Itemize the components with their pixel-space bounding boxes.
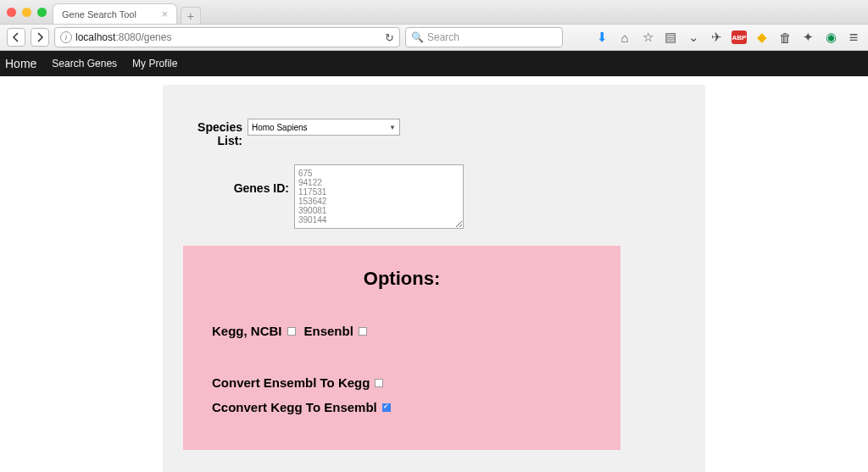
- arrow-right-icon: [35, 32, 45, 42]
- new-tab-button[interactable]: +: [181, 7, 201, 24]
- downloads-icon[interactable]: ⬇: [594, 30, 609, 45]
- window-titlebar: Gene Search Tool × +: [0, 0, 868, 24]
- pocket-icon[interactable]: ⌄: [686, 30, 701, 45]
- option-kegg-ncbi-label: Kegg, NCBI: [212, 324, 282, 338]
- arrow-left-icon: [11, 32, 21, 42]
- nav-search-genes-link[interactable]: Search Genes: [52, 58, 117, 69]
- nav-forward-button[interactable]: [31, 28, 49, 47]
- option-convert-k2e-checkbox[interactable]: [382, 403, 391, 412]
- extension-icon-3[interactable]: ◉: [823, 30, 838, 45]
- genes-id-textarea[interactable]: [294, 164, 464, 229]
- option-ensembl-checkbox[interactable]: [359, 327, 367, 336]
- search-placeholder: Search: [427, 31, 459, 43]
- search-icon: 🔍: [411, 31, 424, 43]
- browser-toolbar: i localhost:8080/genes ↻ 🔍 Search ⬇ ⌂ ☆ …: [0, 24, 868, 51]
- options-title: Options:: [212, 268, 592, 290]
- species-select[interactable]: Homo Sapiens ▼: [248, 119, 400, 136]
- window-close-button[interactable]: [7, 8, 16, 17]
- site-info-icon[interactable]: i: [60, 31, 72, 43]
- close-tab-icon[interactable]: ×: [162, 9, 168, 19]
- option-convert-e2k-checkbox[interactable]: [375, 379, 383, 387]
- option-kegg-ncbi-checkbox[interactable]: [287, 327, 296, 336]
- browser-tab[interactable]: Gene Search Tool ×: [53, 3, 177, 24]
- adblock-icon[interactable]: ABP: [732, 31, 747, 44]
- url-text: localhost:8080/genes: [75, 31, 171, 43]
- option-convert-e2k-label: Convert Ensembl To Kegg: [212, 375, 370, 390]
- option-convert-k2e-label: Cconvert Kegg To Ensembl: [212, 400, 377, 414]
- form-panel: Species List: Homo Sapiens ▼ Genes ID: O…: [163, 85, 705, 472]
- species-selected-value: Homo Sapiens: [252, 123, 308, 132]
- site-navbar: Home Search Genes My Profile: [0, 51, 868, 76]
- browser-search-field[interactable]: 🔍 Search: [405, 27, 563, 47]
- option-ensembl-label: Ensenbl: [304, 324, 353, 338]
- page-body: Species List: Homo Sapiens ▼ Genes ID: O…: [0, 76, 868, 472]
- home-icon[interactable]: ⌂: [617, 30, 632, 45]
- bookmark-star-icon[interactable]: ☆: [640, 30, 655, 45]
- species-label: Species List:: [183, 119, 242, 147]
- chevron-down-icon: ▼: [389, 124, 399, 131]
- browser-tab-title: Gene Search Tool: [62, 9, 136, 19]
- nav-home-link[interactable]: Home: [5, 57, 36, 70]
- nav-back-button[interactable]: [7, 28, 25, 47]
- reload-icon[interactable]: ↻: [385, 31, 394, 44]
- window-zoom-button[interactable]: [37, 8, 47, 17]
- extension-icon-1[interactable]: ◆: [754, 30, 770, 45]
- options-box: Options: Kegg, NCBI Ensenbl Convert Ense…: [183, 246, 620, 450]
- window-minimize-button[interactable]: [22, 8, 31, 17]
- trash-icon[interactable]: 🗑: [777, 30, 793, 45]
- menu-icon[interactable]: ≡: [846, 30, 861, 45]
- nav-my-profile-link[interactable]: My Profile: [132, 58, 177, 69]
- send-icon[interactable]: ✈: [709, 30, 724, 45]
- extension-icon-2[interactable]: ✦: [800, 30, 815, 45]
- url-field[interactable]: i localhost:8080/genes ↻: [54, 27, 400, 47]
- library-icon[interactable]: ▤: [663, 30, 678, 45]
- genes-label: Genes ID:: [183, 164, 289, 195]
